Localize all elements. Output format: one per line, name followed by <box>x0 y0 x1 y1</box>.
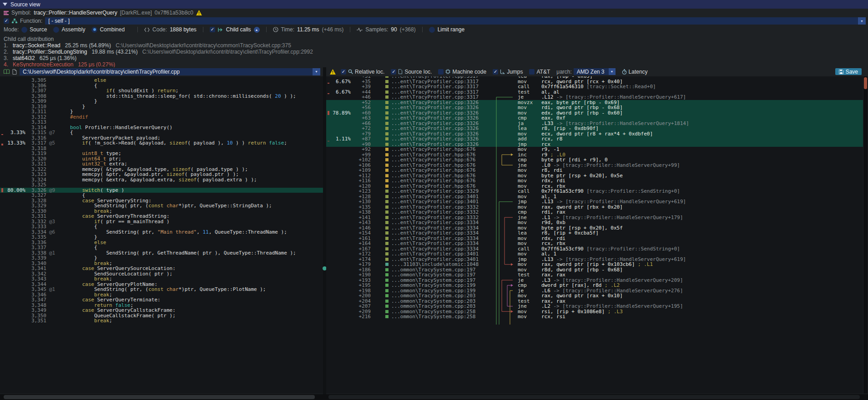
pane-splitter[interactable] <box>323 67 326 400</box>
asm-row[interactable]: +56...ent\TracyProfiler.cpp:3326movrdi, … <box>326 105 863 110</box>
asm-row[interactable]: 1.11%+87...ent\TracyProfiler.cpp:3326add… <box>326 136 863 142</box>
mode-radio-combined[interactable]: Combined <box>91 26 125 33</box>
source-line[interactable]: 3,329 SendString( ptr, (const char*)ptr,… <box>0 203 323 209</box>
scrollbar-thumb[interactable] <box>864 77 867 89</box>
save-button[interactable]: Save <box>835 68 862 75</box>
chevron-down-icon[interactable]: ▼ <box>609 68 616 75</box>
relative-loc-toggle[interactable]: Relative loc. <box>341 69 384 75</box>
asm-row[interactable]: +109...ent\TracyProfiler.hpp:676movr8, r… <box>326 168 863 173</box>
source-file-marker <box>385 132 389 135</box>
asm-row[interactable]: +161...ent\TracyProfiler.cpp:3334movrdx,… <box>326 236 863 241</box>
source-line[interactable]: 3,309 } <box>0 99 323 104</box>
source-line[interactable]: 3,318 <box>0 146 323 151</box>
asm-row[interactable]: +112...ent\TracyProfiler.hpp:676movbyte … <box>326 173 863 179</box>
assembly-horizontal-scrollbar[interactable] <box>328 395 860 399</box>
source-line[interactable]: 80.00%3,326@9 switch( type ) <box>0 188 323 193</box>
source-line[interactable]: 3,332@3 if( ptr == m_mainThread ) <box>0 219 323 225</box>
asm-row[interactable]: +186...ommon\TracySystem.cpp:197movr8d, … <box>326 267 863 273</box>
asm-row[interactable]: 78.89%+60...ent\TracyProfiler.cpp:3326mo… <box>326 110 863 116</box>
asm-row[interactable]: +72...ent\TracyProfiler.cpp:3326lear8, [… <box>326 126 863 131</box>
asm-row[interactable]: +123...ent\TracyProfiler.cpp:3329call0x7… <box>326 189 863 194</box>
uarch-select[interactable]: AMD Zen 3 ▼ <box>574 68 616 75</box>
chevron-down-icon[interactable]: ▼ <box>313 68 320 75</box>
source-line[interactable]: 3,347 case ServerQueryTerminate: <box>0 297 323 303</box>
child-call-item[interactable]: 1.tracy::Socket::Read25.25 ms (54.89%)C:… <box>0 42 868 49</box>
source-line[interactable]: 3.33%3,315@7{ <box>0 130 323 135</box>
source-line[interactable]: 3,343 break; <box>0 276 323 282</box>
child-calls-checkbox[interactable] <box>210 27 215 32</box>
source-line[interactable]: 3,310 } <box>0 104 323 110</box>
child-call-item[interactable]: 4.KeSynchronizeExecution125 μs (0.27%) <box>0 61 868 68</box>
assembly-vertical-scrollbar[interactable] <box>863 76 868 394</box>
source-line[interactable]: 3,308 std::this_thread::sleep_for( std::… <box>0 94 323 99</box>
asm-row[interactable]: +46...ent\TracyProfiler.cpp:3317je.L12 -… <box>326 95 863 100</box>
asm-row[interactable]: +79...ent\TracyProfiler.cpp:3326movecx, … <box>326 131 863 137</box>
source-line[interactable]: 3,346 break; <box>0 292 323 298</box>
mode-radio-source[interactable]: Source <box>21 26 47 33</box>
mode-radio-assembly[interactable]: Assembly <box>53 26 85 33</box>
child-call-item[interactable]: 3.stat64i32625 μs (1.36%) <box>0 55 868 61</box>
panes: C:\Users\wolf\Desktop\darkrl\contrib\tra… <box>0 67 868 400</box>
jumps-toggle[interactable]: Jumps <box>493 69 523 75</box>
function-checkbox[interactable]: ✓ <box>4 18 9 24</box>
assembly-view[interactable]: +31...ent\TracyProfiler.cpp:3317learax, … <box>326 76 863 394</box>
source-line[interactable]: 3,342 SendSourceLocation( ptr ); <box>0 271 323 277</box>
child-calls-icon <box>218 27 223 32</box>
source-horizontal-scrollbar[interactable] <box>4 395 315 399</box>
asm-row[interactable]: +39...ent\TracyProfiler.cpp:3317call0x7f… <box>326 84 863 90</box>
source-loc-toggle[interactable]: Source loc. <box>391 69 432 75</box>
source-file-marker <box>385 226 389 230</box>
asm-row[interactable]: +179....31103\include\atomic:1048movrax,… <box>326 262 863 267</box>
asm-row[interactable]: +116...ent\TracyProfiler.hpp:676movrdx, … <box>326 178 863 184</box>
source-line[interactable]: 13.33%3,317@5 if( !m_sock->Read( &payloa… <box>0 140 323 146</box>
asm-row[interactable]: +154...ent\TracyProfiler.cpp:3334lear8, … <box>326 230 863 236</box>
source-file-select[interactable]: C:\Users\wolf\Desktop\darkrl\contrib\tra… <box>20 68 320 75</box>
source-code-view[interactable]: 3,305 else3,306 {3,307 if( shouldExit ) … <box>0 76 323 394</box>
asm-row[interactable]: +143...ent\TracyProfiler.cpp:3334movr9d,… <box>326 220 863 225</box>
source-line[interactable]: 3,312#endif <box>0 115 323 120</box>
collapse-arrow-icon[interactable] <box>3 3 7 6</box>
chevron-down-icon[interactable]: ▼ <box>858 17 866 25</box>
asm-row[interactable]: +216...ommon\TracySystem.cpp:258movrcx, … <box>326 314 863 320</box>
child-calls-expand-button[interactable]: ▲ <box>254 27 260 33</box>
source-line[interactable]: 3,325 <box>0 182 323 188</box>
source-line[interactable]: 3,311} <box>0 109 323 115</box>
asm-row[interactable]: +207...ommon\TracySystem.cpp:203jne.L2 -… <box>326 304 863 309</box>
source-line[interactable]: 3,319 uint8_t type; <box>0 151 323 156</box>
source-file-marker <box>385 284 389 287</box>
limit-range-toggle[interactable] <box>429 27 435 33</box>
child-call-item[interactable]: 2.tracy::Profiler::SendLongString19.88 m… <box>0 49 868 55</box>
source-file-marker <box>385 90 389 94</box>
att-syntax-toggle[interactable]: AT&T <box>529 69 550 75</box>
source-line[interactable]: 3,327 { <box>0 193 323 198</box>
uarch-label: μarch: <box>556 69 572 75</box>
title-bar[interactable]: Source view <box>0 0 868 9</box>
source-line[interactable]: 3,335 } <box>0 235 323 240</box>
source-line[interactable]: 3,345@1 SendString( ptr, (const char*)pt… <box>0 287 323 292</box>
asm-row[interactable]: +141...ent\TracyProfiler.cpp:3332jne.L1 … <box>326 215 863 220</box>
asm-row[interactable]: +90...ent\TracyProfiler.cpp:3326jmprcx <box>326 142 863 147</box>
source-line[interactable]: 3,338@1 SendString( ptr, GetThreadName( … <box>0 250 323 256</box>
source-line[interactable]: 3,324 memcpy( &extra, &payload.extra, si… <box>0 177 323 183</box>
asm-row[interactable]: +92...ent\TracyProfiler.hpp:676movr9, -1 <box>326 147 863 152</box>
source-line[interactable]: 3,351 break; <box>0 318 323 324</box>
latency-toggle[interactable]: Latency <box>622 69 648 75</box>
source-line[interactable]: 3,336 else <box>0 240 323 245</box>
book-icon[interactable] <box>4 69 10 74</box>
function-select[interactable]: [ - self - ] ▼ <box>45 17 866 25</box>
source-line[interactable]: 3,320 uint64_t ptr; <box>0 156 323 162</box>
asm-row[interactable]: +135...ent\TracyProfiler.cpp:3332movrax,… <box>326 205 863 210</box>
machine-code-toggle[interactable]: Machine code <box>438 69 486 75</box>
symbol-icon <box>4 10 9 15</box>
asm-row[interactable]: +200...ommon\TracySystem.cpp:203movrax, … <box>326 293 863 299</box>
source-line[interactable]: 3,350 QueueCallstackFrame( ptr ); <box>0 313 323 319</box>
source-line[interactable]: 3,334@6 SendString( ptr, "Main thread", … <box>0 230 323 235</box>
source-line[interactable]: 3,314bool Profiler::HandleServerQuery() <box>0 125 323 130</box>
source-line[interactable]: 3,305 else <box>0 78 323 83</box>
symbol-address: 0x7ff61a53b8c0 <box>155 10 193 16</box>
asm-row[interactable]: +209...ommon\TracySystem.cpp:258movrsi, … <box>326 309 863 315</box>
asm-row[interactable]: +167...ent\TracyProfiler.cpp:3334call0x7… <box>326 246 863 252</box>
asm-row[interactable]: +130...ent\TracyProfiler.cpp:3401jmp.L13… <box>326 199 863 205</box>
asm-row[interactable]: +106...ent\TracyProfiler.hpp:676jne.L0 -… <box>326 163 863 168</box>
source-line[interactable]: 3,339 } <box>0 255 323 261</box>
